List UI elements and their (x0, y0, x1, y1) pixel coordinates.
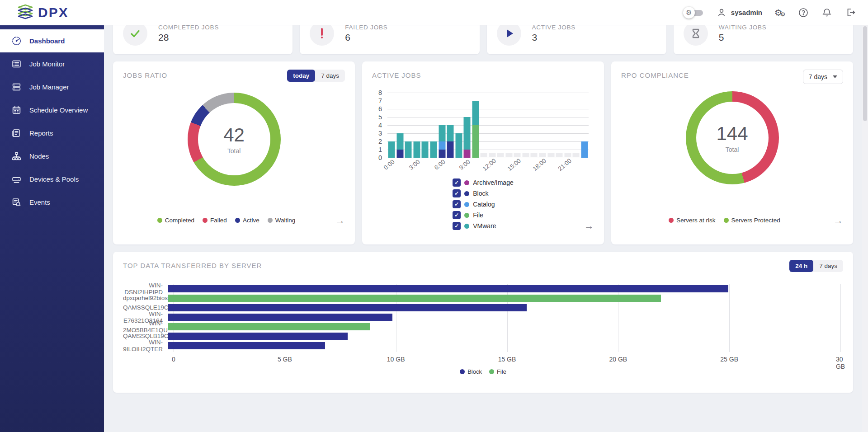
x-axis-tick: 5 GB (278, 356, 292, 363)
server-row-qamssqlb19cl[interactable]: QAMSSQLB19CL (123, 331, 843, 341)
sidebar-item-job-manager[interactable]: Job Manager (0, 75, 104, 99)
active-jobs-legend-item-block[interactable]: ✓Block (453, 189, 513, 197)
bar-segment-block[interactable] (396, 150, 403, 158)
checkbox-checked[interactable]: ✓ (453, 189, 461, 197)
user-menu[interactable]: sysadmin (716, 7, 762, 19)
rpo-range-dropdown[interactable]: 7 days (803, 70, 843, 84)
legend-label: Servers at risk (676, 217, 715, 224)
checkbox-checked[interactable]: ✓ (453, 178, 461, 187)
rpo-donut-chart[interactable]: 144 Total (686, 91, 779, 184)
bar-segment-vmware[interactable] (472, 101, 479, 125)
sidebar-item-schedule-overview[interactable]: Schedule Overview (0, 99, 104, 122)
server-row-win-2mo5bb4e1qu[interactable]: WIN-2MO5BB4E1QU (123, 322, 843, 331)
gridline (387, 133, 589, 134)
active-jobs-legend-item-catalog[interactable]: ✓Catalog (453, 200, 513, 208)
theme-toggle[interactable]: ⚙ (683, 6, 704, 19)
bar-segment-vmware[interactable] (464, 117, 471, 150)
legend-dot (235, 218, 240, 223)
jobs-ratio-legend-item-active: Active (235, 217, 259, 224)
legend-label: Servers Protected (731, 217, 780, 224)
sidebar-item-job-monitor[interactable]: Job Monitor (0, 52, 104, 75)
bar-file[interactable] (168, 323, 370, 330)
server-row-win-e76321o8164[interactable]: WIN-E76321O8164 (123, 312, 843, 322)
scrollbar-thumb[interactable] (863, 26, 867, 121)
jobs-ratio-toggle-today[interactable]: today (287, 70, 315, 82)
legend-dot (669, 218, 674, 223)
help-icon[interactable] (797, 7, 809, 19)
bar-block[interactable] (168, 314, 392, 321)
scrollbar[interactable] (862, 25, 868, 432)
jobs-ratio-arrow-icon[interactable]: → (335, 216, 345, 225)
empty-bar-stub (573, 153, 580, 157)
legend-dot (460, 369, 465, 374)
empty-bar-stub (514, 153, 521, 157)
legend-dot (268, 218, 273, 223)
active-jobs-legend-item-archive-image[interactable]: ✓Archive/Image (453, 178, 513, 187)
y-axis-tick: 0 (378, 154, 382, 161)
bar-segment-catalog[interactable] (581, 141, 588, 158)
bar-segment-archive-image[interactable] (464, 150, 471, 158)
top-data-bar-chart[interactable]: WIN-DSNI2IHPIPDdpxqarhel92biosQAMSSQLE19… (123, 284, 843, 366)
bar-segment-file[interactable] (472, 125, 479, 158)
theme-gear-icon[interactable]: ⚙ (683, 7, 695, 19)
bar-segment-vmware[interactable] (422, 141, 429, 158)
bar-track (168, 304, 840, 311)
rpo-legend-item-servers-at-risk: Servers at risk (669, 217, 715, 224)
stat-card-value: 28 (158, 32, 219, 43)
bar-segment-vmware[interactable] (430, 141, 437, 158)
server-row-win-9iloih2qter[interactable]: WIN-9ILOIH2QTER (123, 341, 843, 350)
active-jobs-arrow-icon[interactable]: → (584, 221, 594, 231)
sidebar-item-reports[interactable]: Reports (0, 122, 104, 145)
sidebar-item-dashboard[interactable]: Dashboard (0, 29, 104, 52)
bar-segment-vmware[interactable] (413, 141, 420, 158)
bar-segment-catalog[interactable] (439, 141, 445, 150)
rpo-compliance-card: RPO COMPLIANCE 7 days 144 Total Servers … (611, 61, 853, 244)
active-jobs-legend-item-vmware[interactable]: ✓VMware (453, 222, 513, 230)
rpo-arrow-icon[interactable]: → (833, 216, 843, 225)
jobs-ratio-legend-item-completed: Completed (157, 217, 194, 224)
top-data-toggle-7-days[interactable]: 7 days (813, 260, 843, 272)
x-axis-tick: 25 GB (720, 356, 738, 363)
legend-label: Archive/Image (473, 179, 513, 186)
settings-gears-icon[interactable]: ⚙⚙ (774, 7, 786, 19)
bar-segment-vmware[interactable] (405, 141, 412, 158)
server-row-win-dsni2ihpipd[interactable]: WIN-DSNI2IHPIPD (123, 284, 843, 293)
bar-segment-vmware[interactable] (455, 133, 462, 158)
bar-block[interactable] (168, 333, 348, 340)
checkbox-checked[interactable]: ✓ (453, 200, 461, 208)
checkbox-checked[interactable]: ✓ (453, 222, 461, 230)
server-row-qamssqle19cl[interactable]: QAMSSQLE19CL (123, 303, 843, 312)
rpo-range-value: 7 days (809, 73, 827, 80)
sidebar-item-label: Reports (29, 129, 53, 137)
sidebar-item-devices-pools[interactable]: Devices & Pools (0, 168, 104, 191)
sidebar-item-label: Nodes (29, 152, 49, 160)
bar-segment-vmware[interactable] (396, 133, 403, 150)
bar-segment-vmware[interactable] (447, 125, 454, 141)
bar-file[interactable] (168, 295, 661, 302)
bar-block[interactable] (168, 285, 728, 292)
y-axis-tick: 6 (378, 105, 382, 113)
top-data-title: TOP DATA TRANSFERRED BY SERVER (123, 260, 262, 269)
legend-label: File (473, 211, 483, 219)
bar-segment-vmware[interactable] (388, 141, 395, 158)
top-data-legend-file: File (489, 368, 506, 375)
checkbox-checked[interactable]: ✓ (453, 211, 461, 219)
sidebar-item-events[interactable]: Events (0, 191, 104, 214)
bar-block[interactable] (168, 304, 527, 311)
server-row-dpxqarhel92bios[interactable]: dpxqarhel92bios (123, 293, 843, 303)
notifications-bell-icon[interactable] (821, 7, 833, 19)
bar-segment-block[interactable] (447, 141, 454, 158)
sidebar-item-nodes[interactable]: Nodes (0, 145, 104, 168)
gridline (387, 101, 589, 101)
bar-segment-vmware[interactable] (439, 125, 445, 141)
top-data-toggle-24-h[interactable]: 24 h (789, 260, 813, 272)
bar-block[interactable] (168, 342, 325, 349)
jobs-ratio-donut-chart[interactable]: 42 Total (188, 93, 281, 186)
active-jobs-legend-item-file[interactable]: ✓File (453, 211, 513, 219)
x-axis-tick: 21:00 (557, 157, 573, 172)
jobs-ratio-toggle-7-days[interactable]: 7 days (315, 70, 345, 82)
bar-segment-block[interactable] (439, 150, 445, 158)
active-jobs-bar-chart[interactable]: 0123456780:003:006:009:0012:0015:0018:00… (387, 93, 589, 158)
gridline (387, 158, 589, 158)
logout-icon[interactable] (844, 7, 856, 19)
